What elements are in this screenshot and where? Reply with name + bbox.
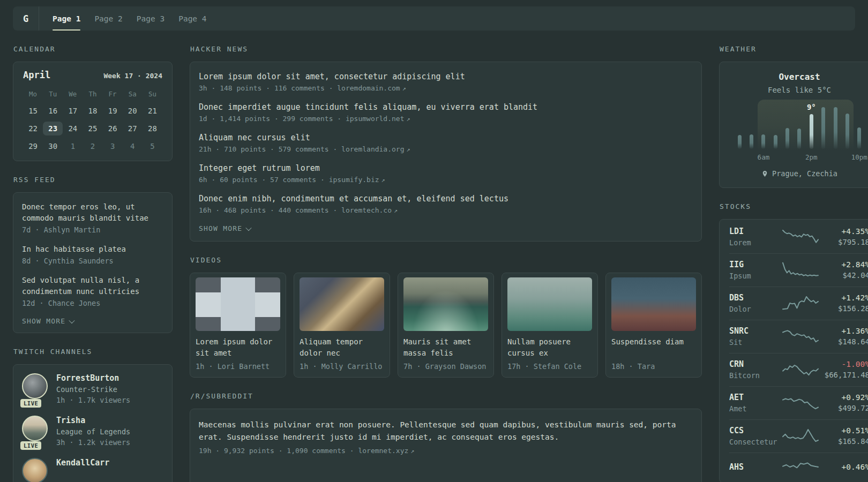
stock-change: +0.46% [820,463,868,471]
calendar-day[interactable]: 28 [143,122,162,135]
calendar-day[interactable]: 21 [143,104,162,118]
calendar-day[interactable]: 3 [103,139,123,153]
weather-bar-slot [734,107,745,149]
calendar-day[interactable]: 26 [103,122,123,135]
video-thumbnail[interactable] [507,277,592,331]
hn-item-title[interactable]: Lorem ipsum dolor sit amet, consectetur … [199,72,693,81]
hn-item: Donec imperdiet augue tincidunt felis al… [199,102,693,123]
rss-show-more-button[interactable]: SHOW MORE [22,317,163,325]
video-title[interactable]: Mauris sit amet massa felis [403,336,488,359]
calendar-day[interactable]: 4 [123,139,143,153]
stock-change: +1.36% [820,327,868,335]
calendar-widget: April Week 17 · 2024 MoTuWeThFrSaSu15161… [13,62,173,161]
location-pin-icon [761,170,768,177]
stock-row[interactable]: LDI Lorem +4.35% $795.18 [729,221,868,254]
stock-row[interactable]: AHS +0.46% [729,453,868,481]
video-card[interactable]: Aliquam tempor dolor nec pharetra… 1h · … [294,273,390,378]
rss-item-title[interactable]: Donec tempor eros leo, ut commodo mauris… [22,201,163,224]
channel-category: Counter-Strike [56,385,130,394]
left-column: CALENDAR April Week 17 · 2024 MoTuWeThFr… [13,31,173,482]
calendar-day[interactable]: 25 [83,122,102,135]
show-more-label: SHOW MORE [199,224,242,232]
hn-item-title[interactable]: Aliquam nec cursus elit [199,133,693,142]
video-title[interactable]: Nullam posuere cursus ex [507,336,592,359]
hn-item: Aliquam nec cursus elit 21h · 710 points… [199,133,693,153]
stock-row[interactable]: CRN Bitcorn -1.00% $66,171.48 [729,353,868,387]
calendar-day[interactable]: 27 [123,122,143,135]
subreddit-widget: Maecenas mollis pulvinar erat non posuer… [190,409,702,482]
channel-name[interactable]: Trisha [56,416,130,425]
stock-sparkline [783,428,818,444]
tab-page-1[interactable]: Page 1 [46,6,87,31]
tab-page-4[interactable]: Page 4 [171,6,213,31]
video-card[interactable]: Nullam posuere cursus ex 17h · Stefan Co… [502,273,598,378]
channel-name[interactable]: ForrestBurton [56,373,130,383]
calendar-day-selected[interactable]: 23 [43,122,63,135]
video-title[interactable]: Suspendisse diam [611,336,696,359]
channel-name[interactable]: KendallCarr [56,458,109,468]
calendar-day[interactable]: 16 [43,104,63,118]
video-card[interactable]: Suspendisse diam 18h · Tara [605,273,702,378]
video-thumbnail[interactable] [196,277,280,331]
video-card[interactable]: Lorem ipsum dolor sit amet consectetu… 1… [190,273,286,378]
hn-item-meta[interactable]: 16h · 468 points · 440 comments · loremt… [199,206,693,214]
calendar-day[interactable]: 2 [83,139,102,153]
hn-item-title[interactable]: Donec enim nibh, condimentum et accumsan… [199,194,693,204]
calendar-weekday: Su [143,88,162,100]
stock-ticker: DBS [729,293,781,303]
subreddit-post-meta[interactable]: 19h · 9,932 points · 1,090 comments · lo… [199,447,693,455]
calendar-day[interactable]: 1 [63,139,83,153]
hn-item-title[interactable]: Donec imperdiet augue tincidunt felis al… [199,102,693,112]
video-thumbnail[interactable] [300,277,384,331]
stock-row[interactable]: CCS Consectetur +0.51% $165.84 [729,420,868,453]
video-thumbnail[interactable] [611,277,696,331]
stock-row[interactable]: IIG Ipsum +2.84% $42.04 [729,254,868,287]
video-thumbnail[interactable] [403,277,488,331]
calendar-day[interactable]: 29 [23,139,43,153]
calendar-day[interactable]: 17 [63,104,83,118]
calendar-day[interactable]: 22 [23,122,43,135]
video-title[interactable]: Lorem ipsum dolor sit amet consectetu… [196,336,280,359]
stock-row[interactable]: DBS Dolor +1.42% $156.28 [729,287,868,320]
hn-item-meta[interactable]: 21h · 710 points · 579 comments · loreml… [199,145,693,153]
twitch-channel[interactable]: LIVE Trisha League of Legends 3h · 1.2k … [22,416,163,447]
hn-item-meta[interactable]: 6h · 60 points · 57 comments · ipsumify.… [199,176,693,184]
weather-tick-label: 2pm [805,153,818,161]
calendar-day[interactable]: 15 [23,104,43,118]
tab-page-3[interactable]: Page 3 [130,6,171,31]
stock-row[interactable]: SNRC Sit +1.36% $148.64 [729,320,868,353]
calendar-day[interactable]: 30 [43,139,63,153]
top-navigation-bar: G Page 1 Page 2 Page 3 Page 4 [13,6,855,31]
hn-item-meta[interactable]: 3h · 148 points · 116 comments · loremdo… [199,84,693,92]
stock-sparkline [783,229,818,245]
video-title[interactable]: Aliquam tempor dolor nec pharetra… [300,336,384,359]
weather-bar-slot [794,107,805,149]
stock-change: +2.84% [820,260,868,269]
rss-item-title[interactable]: Sed volutpat nulla nisl, a condimentum n… [22,275,163,297]
rss-item-title[interactable]: In hac habitasse platea [22,244,163,255]
subreddit-post-title[interactable]: Maecenas mollis pulvinar erat non posuer… [199,419,693,443]
calendar-day[interactable]: 19 [103,104,123,118]
stock-row[interactable]: AET Amet +0.92% $499.72 [729,387,868,420]
weather-bar-slot [758,107,769,149]
calendar-day[interactable]: 24 [63,122,83,135]
calendar-day[interactable]: 18 [83,104,102,118]
weather-feels-like: Feels like 5°C [728,86,868,94]
rss-item: Donec tempor eros leo, ut commodo mauris… [22,201,163,234]
twitch-channel[interactable]: KendallCarr [22,458,163,482]
calendar-day[interactable]: 5 [143,139,162,153]
calendar-weekday: Fr [103,88,123,100]
tab-page-2[interactable]: Page 2 [87,6,129,31]
calendar-day[interactable]: 20 [123,104,143,118]
weather-widget: Overcast Feels like 5°C 9° 6am2pm10pm Pr… [719,62,868,188]
twitch-channel[interactable]: LIVE ForrestBurton Counter-Strike 1h · 1… [22,373,163,404]
calendar-week-year: Week 17 · 2024 [103,72,162,80]
stock-price: $795.18 [820,238,868,246]
hn-item-title[interactable]: Integer eget rutrum lorem [199,163,693,173]
hn-item-meta[interactable]: 1d · 1,414 points · 299 comments · ipsum… [199,115,693,123]
stock-price: $156.28 [820,304,868,313]
weather-bar [834,107,837,149]
hn-show-more-button[interactable]: SHOW MORE [199,224,693,232]
stock-price: $148.64 [820,337,868,346]
video-card[interactable]: Mauris sit amet massa felis 7h · Grayson… [398,273,494,378]
